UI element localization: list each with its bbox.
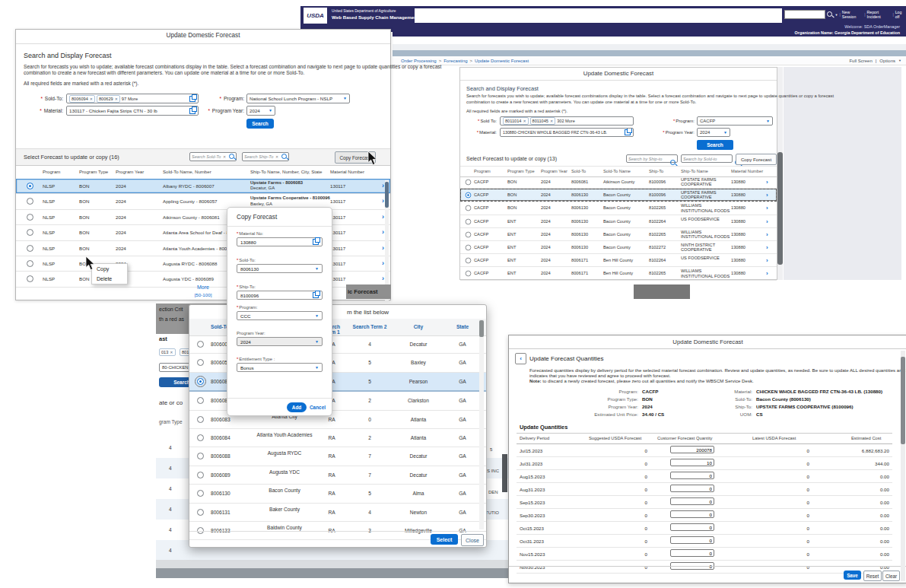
search-icon[interactable]	[281, 154, 288, 161]
chevron-right-icon[interactable]: ›	[766, 179, 768, 186]
chevron-right-icon[interactable]: ›	[382, 245, 384, 252]
dialog-scrollbar-track[interactable]	[479, 319, 484, 529]
sold-to-token[interactable]: 8006094✕	[69, 95, 95, 103]
radio-button[interactable]	[197, 397, 204, 404]
radio-button[interactable]	[197, 341, 204, 348]
customer-forecast-quantity-input[interactable]	[670, 536, 714, 544]
table-row[interactable]: CACFP ENT 2024 8006171 Ben Hill County 8…	[460, 254, 777, 267]
table-scrollbar-track[interactable]	[385, 180, 389, 302]
table-scrollbar-thumb[interactable]	[385, 182, 389, 208]
radio-button[interactable]	[197, 509, 204, 516]
sold-to-select[interactable]: 8006130▼	[237, 264, 323, 273]
table-row[interactable]: NLSP BON 2024 Augusta RYDC - 8006088 130…	[16, 256, 390, 272]
table-scrollbar-thumb[interactable]	[777, 152, 783, 265]
table-row[interactable]: CACFP BON 2024 8006130 Bacon County 8102…	[460, 202, 777, 215]
customer-forecast-quantity-input[interactable]	[670, 523, 714, 531]
program-select[interactable]: CCC▼	[237, 311, 323, 320]
more-range-link[interactable]: [50-100]	[16, 292, 390, 297]
select-button[interactable]: Select	[431, 534, 458, 545]
value-help-icon[interactable]	[313, 292, 319, 298]
radio-button[interactable]	[197, 472, 204, 478]
search-icon[interactable]	[229, 154, 236, 161]
dialog-scrollbar-thumb[interactable]	[479, 320, 484, 337]
dialog-row[interactable]: 8006084 Atlanta Youth Academies RA 2 Atl…	[189, 429, 486, 447]
options-link[interactable]: Options	[879, 59, 895, 63]
customer-forecast-quantity-input[interactable]	[670, 459, 714, 466]
remove-token-icon[interactable]: ✕	[90, 97, 93, 101]
clear-button[interactable]: Clear	[882, 571, 900, 581]
breadcrumb-forecasting[interactable]: Forecasting	[443, 59, 467, 63]
chevron-down-icon[interactable]: ▼	[343, 97, 347, 100]
entitlement-type-select[interactable]: Bonus▼	[237, 363, 323, 372]
dialog-row[interactable]: 8006130 Bacon County RA 5 Alma GA	[189, 485, 486, 503]
cancel-button[interactable]: Cancel	[310, 405, 326, 410]
chevron-right-icon[interactable]: ›	[382, 229, 384, 236]
global-search-input[interactable]	[784, 10, 825, 19]
sold-to-token[interactable]: 800629✕	[97, 95, 120, 103]
customer-forecast-quantity-input[interactable]	[670, 485, 714, 492]
clear-icon[interactable]: ✕	[275, 154, 278, 159]
radio-button[interactable]	[466, 192, 472, 199]
breadcrumb-update-domestic-forecast[interactable]: Update Domestic Forecast	[475, 59, 529, 63]
dialog-row[interactable]: 8006131 Baker County RA 4 Newton GA	[189, 504, 486, 522]
search-button[interactable]: Search	[246, 119, 274, 129]
sold-to-token[interactable]: 8011014✕	[503, 117, 529, 125]
sold-to-multiinput[interactable]: 8006094✕ 800629✕ 97 More	[66, 94, 199, 103]
radio-button[interactable]	[197, 416, 204, 423]
sold-to-multiinput[interactable]: 8011014✕ 8011045✕ 302 More	[500, 116, 634, 126]
radio-button[interactable]	[466, 258, 472, 264]
value-help-icon[interactable]	[313, 239, 319, 245]
table-row[interactable]: CACFP ENT 2024 8006130 Bacon County 8102…	[460, 215, 777, 228]
radio-button[interactable]	[27, 229, 33, 236]
radio-button[interactable]	[27, 260, 33, 267]
radio-button[interactable]	[466, 205, 472, 211]
chevron-down-icon[interactable]: ▼	[315, 340, 319, 344]
table-row[interactable]: CACFP BON 2024 8006130 Bacon County 8100…	[460, 189, 777, 202]
context-menu-copy[interactable]: Copy	[92, 264, 127, 274]
table-row[interactable]: NLSP BON 2024 Atlanta Area School for De…	[16, 225, 390, 240]
radio-button[interactable]	[27, 214, 33, 221]
radio-button[interactable]	[197, 434, 204, 441]
link-report-incident[interactable]: Report Incident	[867, 10, 892, 19]
table-row[interactable]: CACFP ENT 2024 8006130 Bacon County 8102…	[460, 228, 777, 241]
clear-icon[interactable]: ✕	[223, 154, 226, 159]
remove-token-icon[interactable]: ✕	[523, 119, 526, 123]
customer-forecast-quantity-input[interactable]	[670, 549, 714, 557]
remove-token-icon[interactable]: ✕	[550, 119, 553, 123]
table-row[interactable]: NLSP BON 2024 Appling County - 8006057 U…	[16, 194, 390, 209]
chevron-right-icon[interactable]: ›	[766, 205, 768, 211]
chevron-right-icon[interactable]: ›	[766, 231, 768, 238]
table-row[interactable]: CACFP ENT 2024 8006171 Ben Hill County 8…	[460, 267, 777, 280]
chevron-right-icon[interactable]: ›	[766, 192, 768, 199]
radio-button[interactable]	[27, 198, 33, 205]
remove-token-icon[interactable]: ✕	[115, 97, 118, 101]
dialog-row[interactable]: 8006089 Augusta YDC RA 7 Decatur GA	[189, 466, 486, 485]
chevron-down-icon[interactable]: ▼	[315, 314, 319, 318]
close-button[interactable]: Close	[461, 534, 484, 546]
value-help-icon[interactable]	[625, 129, 631, 135]
window-scrollbar-track[interactable]	[901, 351, 905, 581]
full-screen-link[interactable]: Full Screen	[849, 59, 872, 63]
radio-button[interactable]	[466, 271, 472, 277]
table-row[interactable]: NLSP BON 2024 Albany RYDC - 8006007 Upst…	[16, 179, 390, 194]
chevron-down-icon[interactable]: ▼	[315, 366, 319, 370]
search-button[interactable]: Search	[697, 140, 733, 150]
value-help-icon[interactable]	[189, 96, 196, 102]
radio-button[interactable]	[466, 245, 472, 251]
sold-to-token[interactable]: 8011045✕	[530, 117, 556, 125]
window-scrollbar-thumb[interactable]	[901, 357, 905, 444]
table-row[interactable]: CACFP BON 2024 8006081 Atkinson County 8…	[460, 176, 777, 189]
radio-button[interactable]	[197, 453, 204, 459]
program-year-select[interactable]: 2024▼	[237, 337, 323, 346]
reset-button[interactable]: Reset	[863, 571, 882, 581]
search-icon[interactable]	[827, 11, 833, 18]
radio-button[interactable]	[27, 275, 33, 282]
program-year-select[interactable]: 2024▼	[246, 106, 275, 116]
chevron-right-icon[interactable]: ›	[766, 218, 768, 225]
table-row[interactable]: NLSP BON 2024 Atlanta Youth Academies - …	[16, 241, 390, 256]
chevron-right-icon[interactable]: ›	[382, 275, 384, 282]
chevron-right-icon[interactable]: ›	[766, 270, 768, 277]
chevron-down-icon[interactable]: ▼	[723, 131, 727, 135]
chevron-down-icon[interactable]: ▼	[766, 119, 770, 123]
radio-button[interactable]	[466, 231, 472, 237]
